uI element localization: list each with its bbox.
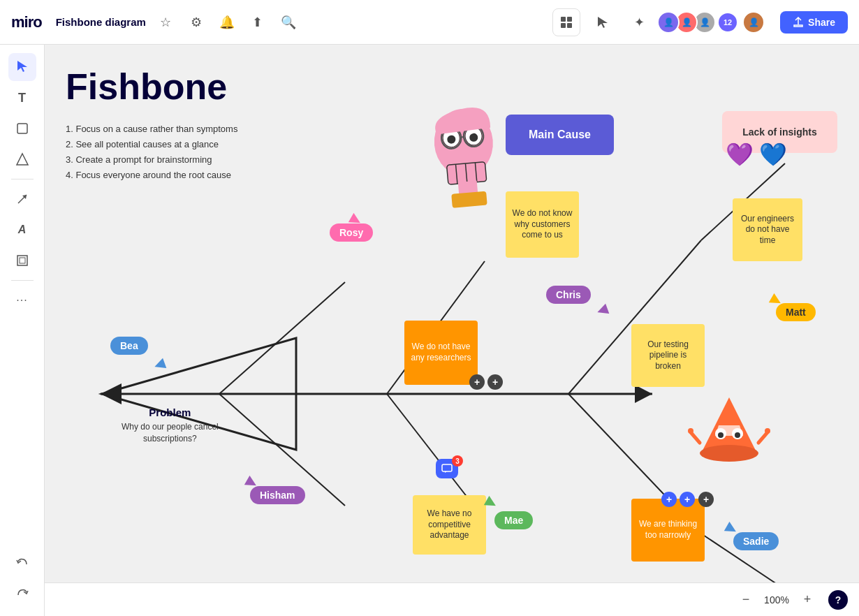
svg-point-47	[688, 428, 693, 434]
svg-rect-9	[17, 256, 27, 265]
svg-rect-3	[567, 23, 572, 28]
heart-2: 💙	[759, 141, 787, 168]
problem-box: Problem Why do our people cancel subscri…	[122, 406, 219, 445]
zoom-level: 100%	[761, 594, 792, 606]
sticky-customers[interactable]: We do not know why customers come to us	[506, 191, 579, 258]
avatars-group: 👤 👤 👤 12 👤	[661, 11, 765, 34]
cursor-mode-button[interactable]	[589, 8, 617, 36]
user-tag-chris: Chris	[546, 286, 591, 304]
list-item-1: 1. Focus on a cause rather than symptoms	[66, 122, 237, 137]
plus-button-1[interactable]: +	[469, 374, 485, 390]
svg-line-45	[691, 432, 700, 443]
list-item-4: 4. Focus everyone around the root cause	[66, 168, 237, 183]
share-button[interactable]: Share	[780, 11, 848, 34]
svg-rect-2	[561, 23, 566, 28]
fishbone-title: Fishbone	[66, 66, 227, 108]
help-button[interactable]: ?	[828, 590, 848, 610]
board-title: Fishbone diagram	[56, 16, 146, 28]
plus-button-5[interactable]: +	[698, 492, 714, 507]
svg-rect-1	[567, 17, 572, 22]
bottombar: − 100% + ?	[45, 582, 859, 616]
user-tag-sadie: Sadie	[733, 532, 779, 550]
frame-tool[interactable]	[8, 247, 36, 274]
arrow-tool[interactable]	[8, 185, 36, 213]
avatar-count[interactable]: 12	[719, 13, 737, 31]
plus-button-4[interactable]: +	[680, 492, 695, 507]
zoom-out-button[interactable]: −	[736, 590, 756, 610]
sticky-researchers[interactable]: We do not have any researchers	[404, 321, 478, 385]
svg-line-46	[758, 432, 768, 443]
avatar-1[interactable]: 👤	[657, 11, 680, 34]
svg-point-48	[765, 428, 770, 434]
avatar-4[interactable]: 👤	[742, 11, 765, 34]
zoom-in-button[interactable]: +	[798, 590, 817, 610]
heart-icons: 💜 💙	[726, 141, 787, 168]
undo-button[interactable]	[8, 549, 36, 577]
main-cause-box[interactable]: Main Cause	[506, 115, 614, 155]
fishbone-list: 1. Focus on a cause rather than symptoms…	[66, 122, 237, 183]
plus-button-3[interactable]: +	[661, 492, 677, 507]
sticky-note-tool[interactable]	[8, 115, 36, 142]
user-tag-matt: Matt	[776, 303, 816, 321]
user-tag-mae: Mae	[494, 511, 533, 529]
notifications-icon[interactable]: 🔔	[216, 11, 238, 34]
svg-marker-13	[635, 385, 652, 403]
redo-button[interactable]	[8, 580, 36, 608]
letter-tool[interactable]: A	[8, 216, 36, 244]
sticky-narrowly[interactable]: We are thinking too narrowly	[631, 499, 705, 562]
logo: miro	[11, 13, 42, 31]
svg-rect-6	[17, 124, 27, 133]
svg-marker-5	[17, 61, 27, 72]
svg-point-43	[718, 432, 724, 438]
heart-1: 💜	[726, 141, 754, 168]
skull-character	[420, 97, 511, 222]
shape-tool[interactable]	[8, 145, 36, 173]
svg-rect-36	[451, 191, 487, 208]
upload-icon[interactable]: ⬆	[247, 11, 269, 34]
cone-character	[687, 390, 771, 483]
svg-marker-4	[598, 17, 608, 28]
canvas-area[interactable]: Fishbone 1. Focus on a cause rather than…	[45, 45, 859, 616]
svg-point-40	[700, 445, 758, 462]
svg-point-44	[735, 432, 740, 438]
svg-rect-0	[561, 17, 566, 22]
plus-button-2[interactable]: +	[487, 374, 503, 390]
topbar: miro Fishbone diagram ☆ ⚙ 🔔 ⬆ 🔍 ✦ 👤 👤 👤 …	[0, 0, 859, 45]
list-item-3: 3. Create a prompt for brainstorming	[66, 152, 237, 168]
select-tool[interactable]	[8, 53, 36, 81]
more-tools[interactable]: ···	[8, 286, 36, 314]
sticky-testing[interactable]: Our testing pipeline is broken	[631, 324, 705, 387]
star-icon[interactable]: ☆	[154, 11, 177, 34]
comment-count: 3	[452, 455, 463, 467]
sticky-engineers[interactable]: Our engineers do not have time	[733, 198, 802, 261]
user-tag-hisham: Hisham	[250, 486, 305, 504]
search-icon[interactable]: 🔍	[277, 11, 300, 34]
svg-rect-10	[20, 258, 25, 263]
list-item-2: 2. See all potential causes at a glance	[66, 137, 237, 152]
left-sidebar: T A ···	[0, 45, 45, 616]
svg-line-14	[219, 282, 345, 394]
sticky-competitive[interactable]: We have no competitive advantage	[413, 495, 486, 555]
timer-button[interactable]: ✦	[625, 8, 653, 36]
settings-icon[interactable]: ⚙	[185, 11, 207, 34]
user-tag-bea: Bea	[110, 337, 148, 355]
svg-rect-37	[442, 464, 452, 471]
text-tool[interactable]: T	[8, 84, 36, 112]
apps-button[interactable]	[552, 8, 580, 36]
